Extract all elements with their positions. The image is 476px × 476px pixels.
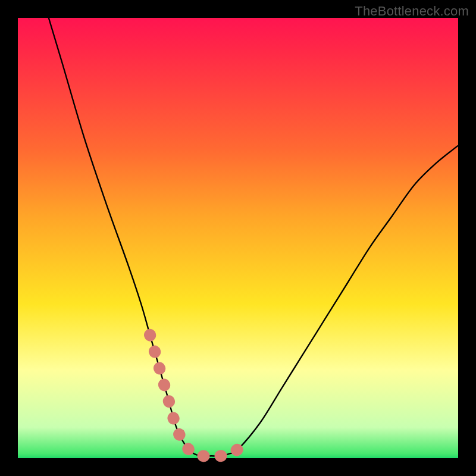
watermark-text: TheBottleneck.com — [355, 4, 469, 19]
plot-area — [18, 18, 458, 458]
highlight-markers — [150, 335, 238, 456]
bottleneck-curve — [49, 18, 458, 456]
curve-svg — [18, 18, 458, 458]
chart-frame: TheBottleneck.com — [0, 0, 476, 476]
